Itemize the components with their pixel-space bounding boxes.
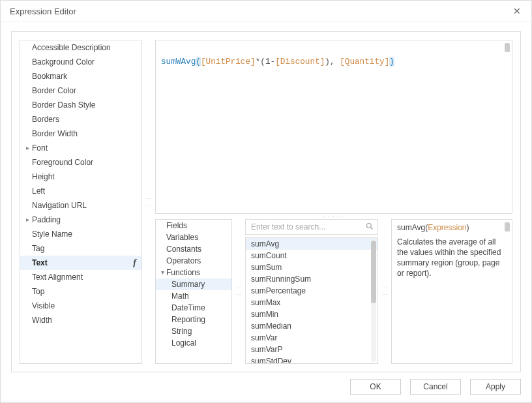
category-label: Math [171,290,189,302]
category-item[interactable]: Operators [156,255,231,267]
chevron-right-icon[interactable]: ▸ [23,142,32,154]
property-item[interactable]: Borders [20,112,141,127]
property-item[interactable]: Background Color [20,55,141,69]
property-label: Background Color [32,56,138,68]
category-item[interactable]: Summary [156,278,231,290]
category-label: Functions [166,267,200,278]
chevron-down-icon[interactable]: ▾ [158,267,166,278]
category-item[interactable]: ▾Functions [156,267,231,278]
category-item[interactable]: Math [156,290,231,302]
fx-icon: f [133,257,138,269]
property-item[interactable]: Top [20,284,141,299]
function-item[interactable]: sumMin [246,308,377,320]
property-item[interactable]: ▸Font [20,141,141,155]
right-column: sumWAvg([UnitPrice]*(1-[Discount]), [Qua… [155,40,512,364]
property-label: Border Color [32,85,138,97]
search-field[interactable] [245,219,378,235]
property-item[interactable]: Border Dash Style [20,98,141,112]
expression-textarea[interactable]: sumWAvg([UnitPrice]*(1-[Discount]), [Qua… [155,40,512,214]
button-row: OK Cancel Apply [11,372,521,395]
function-item[interactable]: sumVarP [246,344,377,355]
category-label: Fields [166,220,187,231]
token-paren-open: ( [196,57,201,67]
search-input[interactable] [250,222,366,232]
property-item[interactable]: Width [20,313,141,327]
vertical-splitter-2[interactable]: ⋮⋮ [236,219,241,364]
property-item[interactable]: Height [20,170,141,184]
cancel-button[interactable]: Cancel [410,379,461,395]
vertical-splitter-3[interactable]: ⋮⋮ [382,219,387,364]
search-icon[interactable] [366,222,374,232]
property-label: Padding [32,214,138,226]
token-field: [UnitPrice] [201,57,256,67]
property-label: Visible [32,300,138,312]
property-list[interactable]: Accessible DescriptionBackground ColorBo… [20,40,142,364]
function-list[interactable]: sumAvgsumCountsumSumsumRunningSumsumPerc… [245,237,378,364]
property-item[interactable]: Text Alignment [20,270,141,284]
property-item[interactable]: Style Name [20,227,141,241]
token-op: *( [256,57,265,67]
property-label: Borders [32,113,138,125]
function-item[interactable]: sumMax [246,297,377,308]
scrollbar-thumb[interactable] [505,222,510,231]
chevron-right-icon[interactable]: ▸ [23,214,32,226]
token-field: [Discount] [275,57,325,67]
category-label: Summary [171,278,205,290]
expression-editor-window: Expression Editor ✕ Accessible Descripti… [0,0,532,403]
category-label: Reporting [171,314,205,325]
property-label: Font [32,142,138,154]
category-list[interactable]: FieldsVariablesConstantsOperators▾Functi… [155,219,232,364]
property-item[interactable]: Textf [20,256,141,270]
scrollbar-thumb[interactable] [505,43,510,52]
category-item[interactable]: Constants [156,243,231,255]
scrollbar[interactable] [371,239,376,362]
window-title: Expression Editor [10,7,76,16]
property-label: Text Alignment [32,271,138,283]
property-label: Accessible Description [32,42,138,53]
apply-button[interactable]: Apply [470,379,521,395]
svg-line-1 [371,227,373,229]
category-label: Constants [166,243,201,255]
property-item[interactable]: Accessible Description [20,40,141,55]
function-item[interactable]: sumCount [246,250,377,261]
function-item[interactable]: sumMedian [246,320,377,332]
ok-button[interactable]: OK [350,379,401,395]
function-signature: sumAvg(Expression) [397,222,507,233]
function-item[interactable]: sumPercentage [246,285,377,297]
vertical-splitter[interactable]: ⋮⋮ [146,40,151,364]
horizontal-splitter[interactable]: · · · · · [155,214,512,219]
category-item[interactable]: DateTime [156,302,231,314]
property-label: Style Name [32,228,138,240]
property-item[interactable]: Border Color [20,83,141,98]
scrollbar-thumb[interactable] [371,241,376,303]
close-icon[interactable]: ✕ [510,6,524,16]
property-item[interactable]: Border Width [20,127,141,141]
category-item[interactable]: Logical [156,337,231,349]
property-item[interactable]: Tag [20,241,141,256]
main-area: Accessible DescriptionBackground ColorBo… [11,31,521,372]
token-function: sumWAvg [161,57,196,67]
token-field: [Quantity] [340,57,389,67]
category-item[interactable]: Reporting [156,314,231,325]
function-item[interactable]: sumAvg [246,238,377,250]
function-item[interactable]: sumVar [246,332,377,344]
category-label: DateTime [171,302,205,314]
property-item[interactable]: Left [20,184,141,198]
category-item[interactable]: String [156,325,231,337]
function-item[interactable]: sumStdDev [246,355,377,364]
property-item[interactable]: Visible [20,299,141,313]
property-item[interactable]: ▸Padding [20,213,141,227]
property-item[interactable]: Foreground Color [20,155,141,170]
svg-point-0 [367,223,372,228]
function-item[interactable]: sumSum [246,261,377,273]
property-label: Text [32,257,133,269]
category-item[interactable]: Fields [156,220,231,231]
function-item[interactable]: sumRunningSum [246,273,377,285]
bottom-row: FieldsVariablesConstantsOperators▾Functi… [155,219,512,364]
category-label: Operators [166,255,201,267]
property-label: Left [32,185,138,197]
property-item[interactable]: Navigation URL [20,198,141,213]
property-item[interactable]: Bookmark [20,69,141,83]
token-number: 1 [265,57,271,67]
category-item[interactable]: Variables [156,231,231,243]
